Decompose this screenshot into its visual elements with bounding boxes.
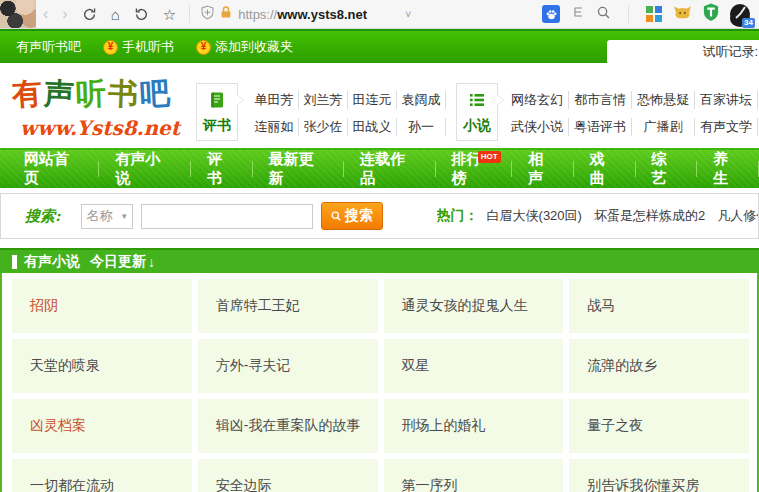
section-title: 有声小说 — [24, 253, 80, 271]
refresh-icon[interactable] — [82, 7, 97, 22]
book-link[interactable]: 方外-寻夫记 — [198, 339, 378, 393]
nav-item-pingshu[interactable]: 评书 — [191, 150, 253, 188]
genre-link[interactable]: 粤语评书 — [569, 118, 632, 136]
search-button-label: 搜索 — [345, 207, 373, 225]
xiaoshuo-genre-links: 网络玄幻 都市言情 恐怖悬疑 百家讲坛 武侠小说 粤语评书 广播剧 有声文学 — [506, 86, 758, 140]
listen-history-panel[interactable]: 试听记录: — [607, 40, 759, 64]
book-link[interactable]: 招阴 — [12, 279, 192, 333]
book-icon — [208, 91, 226, 109]
nav-item-crosstalk[interactable]: 相声 — [512, 150, 574, 188]
genre-link[interactable]: 武侠小说 — [506, 118, 569, 136]
nav-item-audiobooks[interactable]: 有声小说 — [99, 150, 190, 188]
undo-icon[interactable] — [134, 7, 149, 22]
hot-label: 热门： — [437, 207, 479, 225]
search-label: 搜索: — [25, 207, 61, 226]
book-link[interactable]: 辑凶-我在重案队的故事 — [198, 399, 378, 453]
yen-coin-icon: ¥ — [196, 40, 211, 55]
nav-item-variety[interactable]: 综艺 — [636, 150, 698, 188]
genre-link[interactable]: 百家讲坛 — [695, 91, 758, 109]
genre-link[interactable]: 广播剧 — [632, 118, 695, 136]
hot-links-zone: 热门： 白眉大侠(320回) 坏蛋是怎样炼成的2 凡人修仙传 斗破苍穹 — [437, 207, 758, 225]
toolbar-divider — [628, 5, 629, 23]
cat-extension-icon[interactable] — [673, 5, 692, 24]
book-link[interactable]: 别告诉我你懂买房 — [569, 459, 749, 492]
hot-badge: HOT — [478, 151, 501, 163]
nav-item-serials[interactable]: 连载作品 — [344, 150, 435, 188]
genre-link[interactable]: 有声文学 — [695, 118, 758, 136]
list-icon — [468, 91, 486, 109]
book-link[interactable]: 一切都在流动 — [12, 459, 192, 492]
artist-link[interactable]: 张少佐 — [299, 118, 348, 136]
hot-link[interactable]: 白眉大侠(320回) — [487, 207, 582, 225]
book-link[interactable]: 战马 — [569, 279, 749, 333]
artist-link[interactable]: 田战义 — [348, 118, 397, 136]
toolbar-divider — [189, 5, 190, 23]
site-logo[interactable]: 有声听书吧 www.Ysts8.net — [12, 74, 180, 140]
tampermonkey-shield-icon[interactable] — [703, 3, 719, 25]
notification-badge: 34 — [742, 18, 755, 28]
book-link[interactable]: 凶灵档案 — [12, 399, 192, 453]
search-icon — [330, 210, 342, 222]
logo-url: www.Ysts8.net — [20, 116, 180, 140]
ssl-lock-icon[interactable] — [219, 5, 233, 23]
book-link[interactable]: 流弹的故乡 — [569, 339, 749, 393]
hot-link[interactable]: 坏蛋是怎样炼成的2 — [594, 207, 705, 225]
artist-link[interactable]: 连丽如 — [250, 118, 299, 136]
profile-avatar[interactable]: 34 — [730, 4, 751, 25]
book-link[interactable]: 通灵女孩的捉鬼人生 — [384, 279, 564, 333]
genre-link[interactable]: 恐怖悬疑 — [632, 91, 695, 109]
search-type-value: 名称 — [87, 207, 113, 225]
book-link[interactable]: 安全边际 — [198, 459, 378, 492]
updates-table: 招阴 首席特工王妃 通灵女孩的捉鬼人生 战马 天堂的喷泉 方外-寻夫记 双星 流… — [0, 273, 759, 492]
artist-link[interactable]: 孙一 — [397, 118, 446, 136]
address-bar[interactable]: https://www.ysts8.net ˅ — [200, 5, 411, 24]
book-link[interactable]: 天堂的喷泉 — [12, 339, 192, 393]
search-bar: 搜索: 名称 ▾ 搜索 热门： 白眉大侠(320回) 坏蛋是怎样炼成的2 凡人修… — [0, 193, 759, 239]
xiaoshuo-category-box[interactable]: 小说 — [456, 83, 498, 141]
hot-link[interactable]: 凡人修仙传 — [717, 207, 758, 225]
search-icon[interactable] — [596, 5, 611, 24]
home-icon[interactable]: ⌂ — [111, 7, 120, 22]
pingshu-artist-links: 单田芳 刘兰芳 田连元 袁阔成 连丽如 张少佐 田战义 孙一 — [250, 86, 446, 140]
artist-link[interactable]: 田连元 — [348, 91, 397, 109]
nav-item-ranking[interactable]: 排行榜HOT — [436, 150, 513, 188]
search-button[interactable]: 搜索 — [321, 202, 383, 230]
star-icon[interactable]: ☆ — [163, 7, 176, 22]
book-link[interactable]: 量子之夜 — [569, 399, 749, 453]
topbar-site-name[interactable]: 有声听书吧 — [16, 38, 81, 56]
app-grid-icon[interactable] — [646, 6, 662, 22]
book-link[interactable]: 双星 — [384, 339, 564, 393]
baidu-paw-icon[interactable] — [542, 5, 560, 23]
forward-icon[interactable]: › — [62, 6, 67, 22]
back-icon[interactable]: ‹ — [43, 6, 48, 22]
artist-link[interactable]: 单田芳 — [250, 91, 299, 109]
section-header: 有声小说 今日更新 ↓ — [0, 248, 759, 273]
nav-item-home[interactable]: 网站首页 — [8, 150, 99, 188]
pingshu-category-box[interactable]: 评书 — [196, 83, 238, 141]
nav-item-latest[interactable]: 最新更新 — [253, 150, 344, 188]
genre-link[interactable]: 网络玄幻 — [506, 91, 569, 109]
artist-link[interactable]: 刘兰芳 — [299, 91, 348, 109]
main-nav: 网站首页 有声小说 评书 最新更新 连载作品 排行榜HOT 相声 戏曲 综艺 养… — [0, 150, 759, 188]
genre-link[interactable]: 都市言情 — [569, 91, 632, 109]
mobile-listen-link[interactable]: ¥ 手机听书 — [103, 38, 174, 56]
down-arrow-icon: ↓ — [148, 254, 155, 270]
chevron-down-icon[interactable]: ˅ — [405, 8, 411, 20]
site-topbar: 有声听书吧 ¥ 手机听书 ¥ 添加到收藏夹 试听记录: — [0, 29, 759, 63]
nav-item-opera[interactable]: 戏曲 — [574, 150, 636, 188]
add-favorite-link[interactable]: ¥ 添加到收藏夹 — [196, 38, 293, 56]
listen-history-label: 试听记录: — [702, 43, 758, 61]
search-input[interactable] — [141, 204, 313, 229]
book-link[interactable]: 首席特工王妃 — [198, 279, 378, 333]
add-favorite-label: 添加到收藏夹 — [215, 38, 293, 56]
book-link[interactable]: 刑场上的婚礼 — [384, 399, 564, 453]
xiaoshuo-category-label: 小说 — [457, 117, 497, 135]
reader-icon[interactable] — [571, 5, 585, 23]
page-url[interactable]: https://www.ysts8.net — [238, 7, 367, 22]
artist-link[interactable]: 袁阔成 — [397, 91, 446, 109]
mobile-listen-label: 手机听书 — [122, 38, 174, 56]
book-link[interactable]: 第一序列 — [384, 459, 564, 492]
site-permission-shield-icon[interactable] — [200, 5, 215, 24]
nav-item-health[interactable]: 养生 — [697, 150, 759, 188]
search-type-select[interactable]: 名称 ▾ — [81, 204, 133, 229]
